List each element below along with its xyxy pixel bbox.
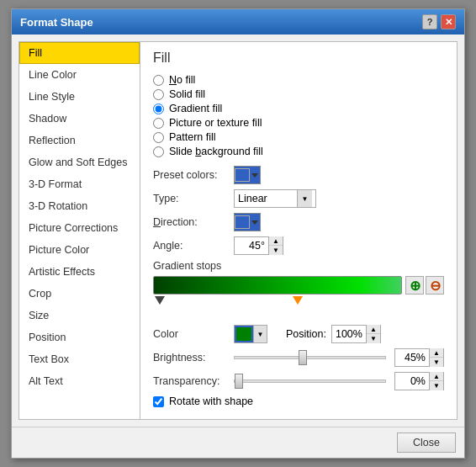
sidebar-item-alt-text[interactable]: Alt Text: [19, 370, 140, 392]
sidebar-item-position[interactable]: Position: [19, 326, 140, 348]
sidebar-item-line-color[interactable]: Line Color: [19, 64, 140, 86]
transparency-up-button[interactable]: ▲: [430, 372, 443, 381]
help-button[interactable]: ?: [422, 14, 437, 29]
type-label: Type:: [153, 193, 229, 204]
brightness-label: Brightness:: [153, 352, 229, 364]
color-picker-button[interactable]: ▼: [234, 325, 267, 343]
direction-button[interactable]: [234, 213, 261, 231]
rotate-row: Rotate with shape: [153, 395, 444, 407]
sidebar-item-fill[interactable]: Fill: [19, 42, 140, 64]
close-button[interactable]: Close: [397, 433, 456, 453]
transparency-down-button[interactable]: ▼: [430, 381, 443, 390]
sidebar-item-3d-format[interactable]: 3-D Format: [19, 173, 140, 195]
sidebar-item-line-style[interactable]: Line Style: [19, 86, 140, 108]
position-up-button[interactable]: ▲: [367, 325, 380, 334]
gradient-fill-option[interactable]: Gradient fill: [153, 103, 444, 114]
help-icon: ?: [427, 17, 433, 27]
color-row: Color ▼ Position: ▲ ▼: [153, 325, 444, 343]
sidebar-item-text-box[interactable]: Text Box: [19, 348, 140, 370]
rotate-label: Rotate with shape: [169, 395, 253, 407]
sidebar-item-crop[interactable]: Crop: [19, 283, 140, 305]
stop-marker-left[interactable]: [155, 296, 165, 305]
transparency-input[interactable]: [395, 375, 429, 387]
title-bar-buttons: ? ✕: [422, 14, 456, 29]
stop-markers-row: [153, 296, 444, 308]
remove-stop-icon: ⊖: [430, 278, 441, 294]
position-label: Position:: [286, 328, 326, 340]
angle-spinner: ▲ ▼: [268, 236, 283, 255]
brightness-up-button[interactable]: ▲: [430, 348, 443, 358]
remove-stop-button[interactable]: ⊖: [426, 276, 444, 295]
type-value: Linear: [238, 193, 297, 204]
type-dropdown[interactable]: Linear ▼: [234, 189, 316, 208]
picture-fill-label: Picture or texture fill: [169, 117, 262, 129]
type-dropdown-arrow[interactable]: ▼: [297, 190, 312, 207]
sidebar-item-3d-rotation[interactable]: 3-D Rotation: [19, 195, 140, 217]
angle-down-button[interactable]: ▼: [269, 246, 283, 255]
gradient-bar[interactable]: [153, 276, 402, 295]
main-panel: Fill No fill Solid fill Gradient fill: [140, 41, 457, 420]
preset-colors-arrow: [251, 173, 258, 178]
add-stop-button[interactable]: ⊕: [405, 276, 424, 295]
dropdown-arrow-icon: ▼: [302, 195, 309, 203]
sidebar: Fill Line Color Line Style Shadow Reflec…: [19, 41, 140, 420]
pattern-fill-option[interactable]: Pattern fill: [153, 131, 444, 143]
slide-fill-label: Slide background fill: [169, 146, 263, 157]
no-fill-option[interactable]: No fill: [153, 74, 444, 86]
picture-fill-option[interactable]: Picture or texture fill: [153, 117, 444, 129]
pattern-fill-radio[interactable]: [153, 132, 164, 143]
sidebar-item-size[interactable]: Size: [19, 305, 140, 326]
gradient-fill-label: Gradient fill: [169, 103, 222, 114]
brightness-input[interactable]: [395, 352, 429, 364]
sidebar-item-reflection[interactable]: Reflection: [19, 130, 140, 151]
brightness-spinner: ▲ ▼: [394, 348, 444, 367]
color-dropdown-arrow: ▼: [257, 331, 264, 338]
picture-fill-radio[interactable]: [153, 118, 164, 129]
direction-row: Direction:: [153, 213, 444, 231]
solid-fill-option[interactable]: Solid fill: [153, 88, 444, 100]
sidebar-item-artistic-effects[interactable]: Artistic Effects: [19, 261, 140, 283]
dialog-body: Fill Line Color Line Style Shadow Reflec…: [12, 34, 464, 427]
sidebar-item-shadow[interactable]: Shadow: [19, 108, 140, 130]
angle-up-button[interactable]: ▲: [269, 236, 283, 246]
add-stop-icon: ⊕: [410, 278, 420, 294]
solid-fill-radio[interactable]: [153, 89, 164, 100]
no-fill-label: No fill: [169, 74, 195, 86]
transparency-spinner-btns: ▲ ▼: [429, 372, 443, 390]
sidebar-item-picture-corrections[interactable]: Picture Corrections: [19, 217, 140, 239]
slide-fill-option[interactable]: Slide background fill: [153, 146, 444, 157]
window-close-button[interactable]: ✕: [441, 14, 456, 29]
sidebar-item-picture-color[interactable]: Picture Color: [19, 239, 140, 261]
gradient-bar-wrapper: ⊕ ⊖: [153, 276, 444, 308]
transparency-spinner: ▲ ▼: [394, 372, 444, 390]
panel-title: Fill: [153, 50, 444, 66]
title-bar: Format Shape ? ✕: [12, 9, 464, 34]
brightness-slider[interactable]: [234, 356, 386, 359]
transparency-row: Transparency: ▲ ▼: [153, 372, 444, 390]
preset-colors-button[interactable]: [234, 166, 261, 184]
preset-colors-row: Preset colors:: [153, 166, 444, 184]
position-input[interactable]: [332, 328, 366, 340]
brightness-down-button[interactable]: ▼: [430, 358, 443, 367]
angle-row: Angle: ▲ ▼: [153, 236, 444, 255]
slide-fill-radio[interactable]: [153, 146, 164, 157]
stop-marker-right[interactable]: [293, 296, 303, 305]
position-spinner-btns: ▲ ▼: [366, 325, 380, 343]
color-swatch: [235, 326, 253, 342]
position-down-button[interactable]: ▼: [367, 334, 380, 343]
color-swatch-dropdown[interactable]: ▼: [253, 326, 267, 342]
sidebar-item-glow[interactable]: Glow and Soft Edges: [19, 151, 140, 173]
gradient-fill-radio[interactable]: [153, 103, 164, 114]
angle-label: Angle:: [153, 240, 229, 252]
brightness-spinner-btns: ▲ ▼: [429, 348, 443, 367]
transparency-slider-container: [234, 372, 386, 390]
type-row: Type: Linear ▼: [153, 189, 444, 208]
transparency-slider[interactable]: [234, 379, 386, 383]
position-spinner: ▲ ▼: [331, 325, 381, 343]
close-x-icon: ✕: [445, 17, 452, 28]
angle-input[interactable]: [235, 240, 268, 252]
swatch-inner: [236, 327, 251, 341]
no-fill-radio[interactable]: [153, 75, 164, 86]
rotate-checkbox[interactable]: [153, 396, 164, 407]
direction-arrow: [251, 220, 258, 225]
